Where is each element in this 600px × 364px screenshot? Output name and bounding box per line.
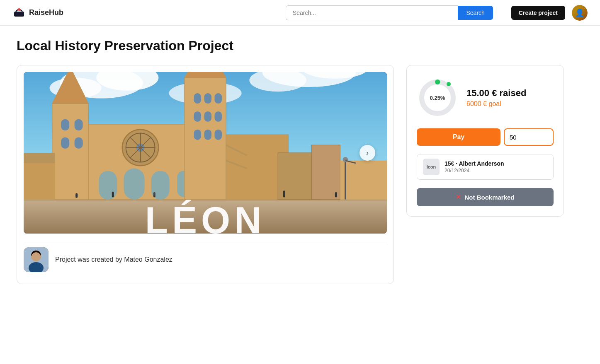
svg-rect-46 [340,161,387,200]
svg-rect-36 [204,111,211,122]
donut-indicator-dot [447,82,451,86]
svg-rect-17 [75,137,83,149]
bookmark-label: Not Bookmarked [464,194,514,201]
content-row: LÉON › Project [17,65,564,284]
svg-rect-26 [99,171,117,200]
donation-entry: Icon 15€ · Albert Anderson 20/12/2024 [417,154,554,180]
creator-text: Project was created by Mateo Gonzalez [55,256,172,263]
create-project-button[interactable]: Create project [511,6,565,20]
svg-rect-14 [61,119,69,131]
donation-date: 20/12/2024 [445,168,547,174]
goal-amount: 6000 € goal [466,100,554,108]
logo-icon [12,5,26,20]
main-content: Local History Preservation Project [0,26,581,301]
donation-icon-box: Icon [423,159,440,175]
svg-rect-45 [312,145,340,199]
svg-rect-32 [194,93,201,104]
svg-marker-31 [185,72,226,78]
svg-rect-15 [75,119,83,131]
nav-right: Create project 👤 [511,5,588,21]
svg-rect-16 [61,137,69,149]
svg-rect-39 [204,130,211,140]
creator-avatar-image [24,247,49,272]
amount-input[interactable] [504,128,554,146]
next-image-button[interactable]: › [360,145,375,161]
image-card: LÉON › Project [17,65,394,284]
svg-rect-0 [14,12,24,17]
donation-name: 15€ · Albert Anderson [445,160,547,167]
svg-rect-33 [204,93,211,104]
project-image-wrapper: LÉON › [24,72,387,234]
avatar-image: 👤 [572,5,588,21]
svg-rect-47 [24,161,55,200]
search-area: Search [286,5,493,20]
donut-chart: 0.25% [417,77,458,118]
bookmark-button[interactable]: ✕ Not Bookmarked [417,188,554,206]
funding-text: 15.00 € raised 6000 € goal [466,88,554,108]
bookmark-x-icon: ✕ [456,193,461,201]
svg-rect-50 [112,192,114,198]
creator-row: Project was created by Mateo Gonzalez [24,242,387,277]
page-title: Local History Preservation Project [17,38,564,53]
user-avatar[interactable]: 👤 [572,5,588,21]
svg-rect-51 [153,192,155,198]
logo-text: RaiseHub [29,8,63,17]
donut-percentage: 0.25% [417,77,458,118]
svg-text:LÉON: LÉON [145,199,265,234]
svg-rect-35 [194,111,201,122]
svg-rect-40 [215,130,222,140]
pay-row: Pay [417,128,554,146]
svg-rect-38 [194,130,201,140]
search-button[interactable]: Search [458,6,493,20]
cathedral-scene-svg: LÉON [24,72,387,234]
navbar: RaiseHub Search Create project 👤 [0,0,600,26]
svg-rect-49 [75,193,78,198]
donation-info: 15€ · Albert Anderson 20/12/2024 [445,160,547,174]
svg-rect-12 [52,104,89,200]
logo-link[interactable]: RaiseHub [12,5,66,20]
creator-avatar [24,247,49,272]
search-input[interactable] [286,5,458,20]
svg-rect-34 [215,93,222,104]
donut-row: 0.25% 15.00 € raised 6000 € goal [417,77,554,118]
svg-rect-52 [283,190,285,197]
svg-rect-53 [335,192,337,198]
svg-rect-37 [215,111,222,122]
funding-card: 0.25% 15.00 € raised 6000 € goal Pay Ico… [406,65,564,217]
pay-button[interactable]: Pay [417,128,500,146]
svg-rect-27 [124,169,145,200]
svg-rect-48 [24,153,55,163]
raised-amount: 15.00 € raised [466,88,554,99]
